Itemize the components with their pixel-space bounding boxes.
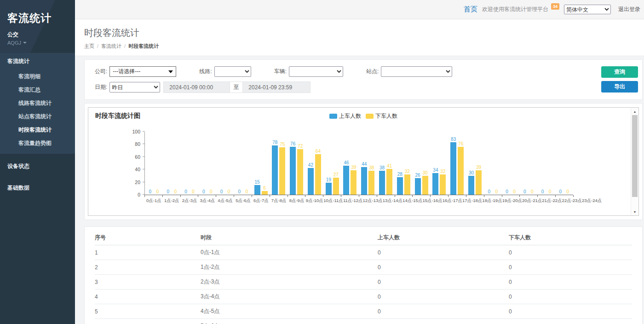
- bar-wrap: 76: [458, 141, 464, 195]
- x-axis-label-text: 9点-10点: [306, 198, 323, 204]
- org-code-dropdown[interactable]: AQGJ: [7, 40, 68, 46]
- x-tick: [198, 195, 216, 197]
- legend-item[interactable]: 下车人数: [366, 112, 397, 120]
- bar: [422, 176, 428, 195]
- table-header-cell: 时段: [201, 231, 378, 245]
- scrollbar-up-icon[interactable]: ▲: [631, 108, 638, 115]
- bar-group: 3039: [466, 132, 484, 195]
- bar-wrap: 27: [333, 172, 339, 195]
- x-axis-label: 2点-3点: [181, 198, 199, 204]
- bar-wrap: 0: [522, 189, 528, 195]
- bar-wrap: 0: [529, 189, 535, 195]
- sidebar-subitem[interactable]: 线路客流统计: [0, 97, 75, 110]
- bar-wrap: 28: [397, 172, 403, 195]
- x-axis-label-text: 1点-2点: [164, 198, 179, 204]
- org-code-label: AQGJ: [7, 40, 21, 46]
- y-axis-label: 60: [125, 154, 140, 160]
- x-tick: [359, 195, 377, 197]
- sidebar-parent-item[interactable]: 设备状态: [0, 157, 75, 175]
- export-button[interactable]: 导出: [601, 81, 638, 93]
- bar: [432, 173, 438, 195]
- x-tick: [448, 195, 466, 197]
- scrollbar-thumb[interactable]: [632, 115, 638, 197]
- station-select[interactable]: [381, 66, 452, 77]
- sidebar-parent-item[interactable]: 基础数据: [0, 179, 75, 197]
- table-cell: 2: [95, 260, 201, 275]
- bar: [476, 170, 482, 195]
- bar-group: 156: [252, 132, 270, 195]
- bar-wrap: 78: [272, 140, 278, 195]
- sidebar-subitem[interactable]: 客流量趋势图: [0, 137, 75, 150]
- x-axis-label-text: 8点-9点: [289, 198, 305, 204]
- date-preset-select[interactable]: 昨日: [109, 82, 160, 93]
- table-cell: 3: [95, 275, 201, 289]
- table-cell: 0点-1点: [201, 245, 378, 260]
- page-heading: 时段客流统计 主页/客流统计/时段客流统计: [75, 19, 644, 56]
- x-axis-label-text: 2点-3点: [182, 198, 197, 204]
- station-filter: 站点:: [366, 66, 452, 77]
- line-label: 线路:: [199, 68, 212, 75]
- bar: [458, 147, 464, 195]
- bar-value-label: 0: [495, 189, 498, 194]
- bar-value-label: 0: [167, 189, 169, 194]
- sidebar-parent-item[interactable]: 客流统计: [0, 53, 75, 70]
- query-button[interactable]: 查询: [601, 66, 638, 78]
- bar: [368, 171, 374, 195]
- language-select[interactable]: 简体中文: [564, 5, 611, 14]
- company-select[interactable]: ---请选择---: [109, 66, 176, 77]
- chart-scrollbar[interactable]: ▲ ▼: [631, 108, 638, 215]
- sidebar-section-expanded: 客流统计客流明细客流汇总线路客流统计站点客流统计时段客流统计客流量趋势图: [0, 53, 75, 154]
- table-cell: 1: [95, 245, 201, 260]
- bar-value-label: 0: [541, 189, 544, 194]
- bar: [262, 191, 268, 195]
- bar-value-label: 15: [255, 179, 260, 185]
- date-to-input[interactable]: [242, 81, 310, 93]
- bar-wrap: 0: [183, 189, 189, 195]
- bar-wrap: 0: [147, 189, 153, 195]
- legend-item[interactable]: 上车人数: [329, 112, 361, 120]
- x-tick: [216, 195, 234, 197]
- bar-group: 00: [234, 132, 252, 195]
- bar-value-label: 34: [433, 168, 438, 173]
- x-tick: [538, 195, 556, 197]
- x-tick: [502, 195, 520, 197]
- hourly-stats-table: 序号时段上车人数下车人数 10点-1点0021点-2点0032点-3点0043点…: [95, 231, 632, 324]
- table-header-row: 序号时段上车人数下车人数: [95, 231, 632, 245]
- x-axis-label-text: 21点-22点: [542, 198, 562, 204]
- sidebar-subitem[interactable]: 时段客流统计: [0, 123, 75, 137]
- scrollbar-down-icon[interactable]: ▼: [631, 208, 638, 215]
- bar-wrap: 0: [155, 189, 161, 195]
- bar-value-label: 83: [451, 137, 456, 142]
- breadcrumb-separator: /: [97, 43, 98, 49]
- vehicle-select[interactable]: [289, 66, 343, 77]
- legend-label: 上车人数: [339, 112, 361, 120]
- sidebar-subitem[interactable]: 站点客流统计: [0, 110, 75, 123]
- app-logo: 客流统计: [7, 11, 68, 25]
- sidebar-subitem[interactable]: 客流明细: [0, 70, 75, 83]
- bar-value-label: 0: [559, 189, 562, 194]
- caret-down-icon: [23, 42, 27, 44]
- bar-value-label: 38: [380, 165, 385, 170]
- table-cell: 0: [509, 319, 632, 324]
- bar-value-label: 0: [210, 189, 213, 194]
- home-link[interactable]: 首页: [464, 5, 477, 14]
- chart-legend: 上车人数下车人数: [329, 112, 397, 120]
- x-axis-label: 1点-2点: [163, 198, 181, 204]
- breadcrumb-item[interactable]: 主页: [84, 43, 94, 49]
- line-select[interactable]: [214, 66, 251, 77]
- bar-group: 1927: [323, 132, 341, 195]
- y-tick: [143, 182, 145, 182]
- bar-wrap: 46: [343, 160, 349, 195]
- sidebar-subitem[interactable]: 客流汇总: [0, 83, 75, 97]
- breadcrumb-item[interactable]: 客流统计: [101, 43, 121, 49]
- bar-value-label: 76: [458, 141, 463, 146]
- bar-value-label: 39: [476, 165, 481, 170]
- bar-value-label: 19: [326, 177, 331, 182]
- logout-link[interactable]: 退出登录: [618, 6, 640, 13]
- date-from-input[interactable]: [163, 81, 230, 93]
- x-axis-label: 13点-14点: [383, 198, 402, 204]
- table-cell: 5: [95, 304, 201, 319]
- x-axis-label-text: 0点-1点: [146, 198, 161, 204]
- x-axis-label-text: 20点-21点: [522, 198, 542, 204]
- bar-wrap: 72: [297, 144, 303, 195]
